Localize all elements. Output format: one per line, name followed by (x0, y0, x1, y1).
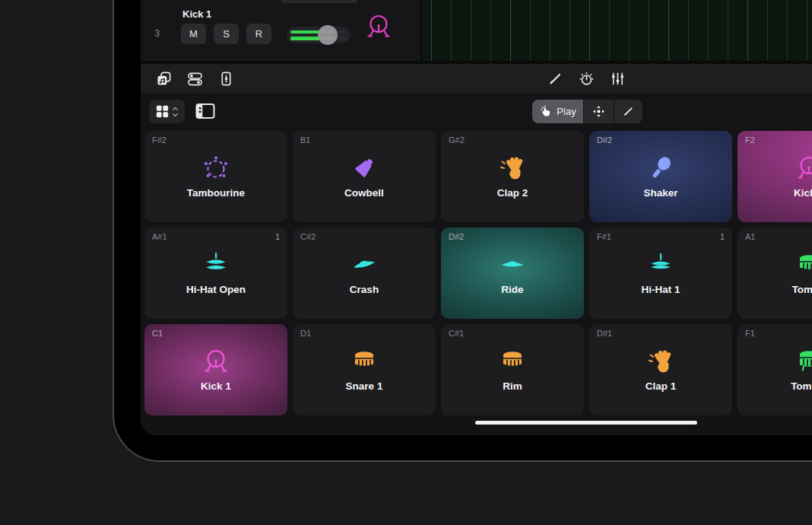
pad-note-label: G#2 (449, 135, 465, 145)
move-mode-segment[interactable] (584, 100, 614, 123)
grid-view-button[interactable] (149, 100, 185, 123)
page: 3 Kick 1 M S R (0, 0, 812, 525)
app-screen: 3 Kick 1 M S R (141, 0, 812, 435)
chevron-up-down-icon (172, 105, 179, 119)
pad-note-label: D#2 (597, 135, 612, 145)
pad-name-label: Hi-Hat 1 (641, 284, 680, 295)
pencil-icon (622, 105, 635, 118)
drum-pad-tambourine[interactable]: F#2Tambourine (144, 131, 287, 222)
pad-name-label: Kick 1 (201, 380, 231, 392)
drum-pad-clap-1[interactable]: D#1Clap 1 (589, 324, 732, 415)
previous-track-slider-edge (281, 0, 357, 3)
record-enable-button[interactable]: R (246, 24, 271, 44)
drum-pad-crash[interactable]: C#2Crash (293, 228, 436, 319)
toolbar-left-group (141, 71, 234, 87)
play-mode-segment[interactable]: Play (532, 100, 583, 123)
tom-icon (794, 250, 812, 280)
kick-icon (794, 153, 812, 183)
drum-icon (349, 346, 379, 377)
pencil-icon[interactable] (547, 71, 563, 87)
edit-mode-segment[interactable] (614, 100, 642, 123)
drum-pads-area: F#2TambourineB1CowbellG#2Clap 2D#2Shaker… (141, 128, 812, 431)
pad-note-label: A#1 (152, 232, 167, 241)
pad-count-badge: 1 (720, 232, 725, 241)
pad-note-label: D1 (300, 329, 311, 338)
drum-pad-cowbell[interactable]: B1Cowbell (293, 131, 436, 222)
drum-icon (497, 346, 528, 377)
kit-sidebar-icon[interactable] (195, 103, 215, 119)
shaker-icon (645, 153, 676, 183)
editor-toolbar (141, 64, 812, 94)
pad-name-label: Kick 2 (794, 187, 812, 199)
ipad-device-frame: 3 Kick 1 M S R (113, 0, 812, 462)
pad-name-label: Rim (503, 380, 522, 392)
toolbar-right-group (547, 64, 626, 94)
pad-note-label: C#1 (449, 329, 464, 338)
fader-icon[interactable] (218, 71, 234, 87)
kick-drum-icon (363, 11, 394, 42)
track-row-kick-1[interactable]: 3 Kick 1 M S R (141, 0, 812, 64)
drum-pad-shaker[interactable]: D#2Shaker (589, 131, 732, 222)
horizontal-scrollbar[interactable] (475, 421, 697, 425)
play-mode-label: Play (557, 106, 576, 117)
pad-count-badge: 1 (275, 232, 280, 241)
drum-pad-hi-hat-open[interactable]: A#11Hi-Hat Open (144, 228, 287, 319)
drum-pad-ride[interactable]: D#2Ride (441, 228, 584, 319)
grid-2x2-icon (156, 105, 169, 118)
track-name: Kick 1 (182, 8, 211, 20)
tom-legs-icon (794, 346, 812, 377)
toggles-icon[interactable] (187, 71, 203, 87)
pad-note-label: F#2 (152, 135, 167, 145)
volume-slider[interactable] (287, 27, 350, 43)
solo-button[interactable]: S (214, 24, 239, 44)
pad-note-label: D#1 (597, 329, 612, 338)
pad-note-label: F2 (745, 135, 755, 145)
clap-icon (497, 153, 528, 183)
drum-pad-snare-1[interactable]: D1Snare 1 (293, 324, 436, 415)
mute-button[interactable]: M (181, 24, 206, 44)
drum-pad-kick-1[interactable]: C1Kick 1 (144, 324, 287, 415)
crash-icon (349, 250, 379, 280)
ride-icon (497, 250, 528, 280)
pad-note-label: F#1 (597, 232, 611, 241)
pad-name-label: Crash (350, 284, 379, 295)
loop-browser-icon[interactable] (156, 71, 172, 87)
clap-icon (645, 346, 676, 377)
pad-note-label: B1 (300, 135, 310, 145)
tuner-icon[interactable] (579, 71, 595, 87)
pad-name-label: Clap 1 (645, 380, 677, 392)
pad-note-label: C1 (152, 329, 163, 338)
pad-name-label: Clap 2 (497, 187, 528, 199)
drum-pad-tom-lo[interactable]: F1Tom Lo (737, 324, 812, 415)
tambourine-icon (201, 153, 231, 183)
pad-name-label: Snare 1 (346, 380, 383, 392)
pad-name-label: Ride (501, 284, 523, 295)
track-msr-buttons: M S R (181, 24, 271, 44)
pad-name-label: Shaker (643, 187, 677, 199)
hihat-open-icon (201, 250, 231, 280)
mixer-sliders-icon[interactable] (610, 71, 626, 87)
drum-pad-rim[interactable]: C#1Rim (441, 324, 584, 415)
drum-pad-clap-2[interactable]: G#2Clap 2 (441, 131, 584, 222)
pad-note-label: D#2 (449, 232, 464, 241)
volume-slider-knob[interactable] (318, 25, 338, 45)
cowbell-icon (349, 153, 379, 183)
pad-note-label: C#2 (300, 232, 316, 241)
drum-pad-tom-hi[interactable]: A1Tom Hi (737, 228, 812, 319)
pad-name-label: Cowbell (344, 187, 384, 199)
drum-pad-grid: F#2TambourineB1CowbellG#2Clap 2D#2Shaker… (144, 131, 812, 415)
pad-note-label: F1 (745, 329, 755, 338)
pads-view-bar: Play (141, 94, 812, 128)
timeline-grid[interactable] (420, 0, 812, 61)
pad-name-label: Tambourine (187, 187, 245, 199)
tap-hand-icon (539, 105, 552, 118)
hihat-closed-icon (645, 250, 676, 280)
move-arrows-icon (592, 105, 605, 118)
pad-note-label: A1 (745, 232, 755, 241)
drum-pad-kick-2[interactable]: F2Kick 2 (737, 131, 812, 222)
pad-name-label: Hi-Hat Open (186, 284, 246, 295)
mode-segmented-control: Play (532, 100, 642, 123)
pad-name-label: Tom Hi (792, 284, 812, 295)
drum-pad-hi-hat-1[interactable]: F#11Hi-Hat 1 (589, 228, 732, 319)
pad-name-label: Tom Lo (791, 380, 812, 392)
